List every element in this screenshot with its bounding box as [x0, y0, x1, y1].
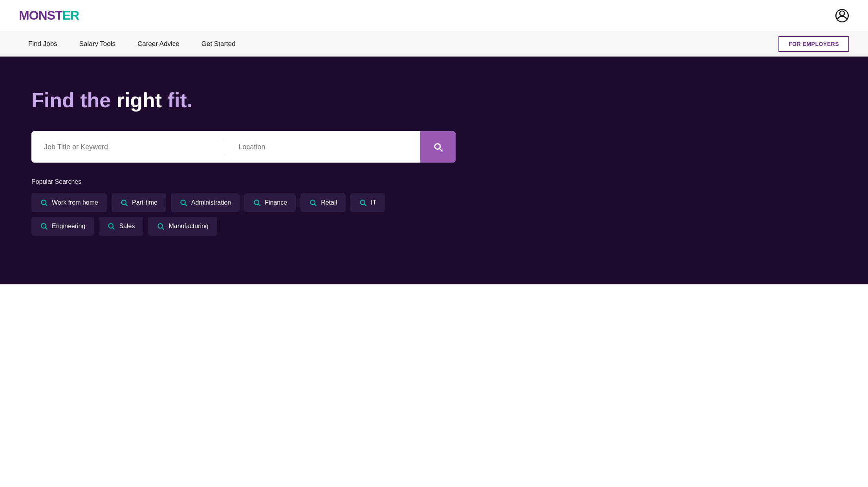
popular-searches: Popular Searches Work from home Part-tim…	[31, 178, 837, 236]
svg-line-7	[185, 204, 187, 206]
tag-administration[interactable]: Administration	[171, 193, 240, 212]
svg-line-5	[126, 204, 128, 206]
svg-point-14	[41, 224, 46, 229]
tag-part-time[interactable]: Part-time	[112, 193, 166, 212]
svg-line-3	[46, 204, 48, 206]
tag-engineering[interactable]: Engineering	[31, 217, 94, 236]
svg-line-19	[162, 228, 164, 230]
tag-manufacturing[interactable]: Manufacturing	[148, 217, 217, 236]
tag-search-icon	[359, 199, 367, 207]
svg-point-16	[109, 224, 114, 229]
tag-search-icon	[179, 199, 187, 207]
tag-search-icon	[157, 222, 165, 230]
nav-salary-tools[interactable]: Salary Tools	[70, 37, 125, 51]
hero-title-bold: right	[117, 89, 162, 112]
tag-search-icon	[120, 199, 128, 207]
search-bar	[31, 131, 456, 163]
nav-career-advice[interactable]: Career Advice	[128, 37, 189, 51]
site-logo[interactable]: MONSTER	[19, 8, 79, 23]
svg-line-13	[364, 204, 366, 206]
svg-point-12	[360, 200, 365, 205]
svg-line-15	[46, 228, 48, 230]
tags-row-2: Engineering Sales Manufacturing	[31, 217, 837, 236]
for-employers-button[interactable]: FOR EMPLOYERS	[778, 36, 849, 52]
popular-searches-label: Popular Searches	[31, 178, 837, 185]
user-account-button[interactable]	[835, 9, 849, 23]
hero-title: Find the right fit.	[31, 88, 837, 112]
svg-point-6	[181, 200, 185, 205]
nav-get-started[interactable]: Get Started	[192, 37, 245, 51]
svg-point-0	[840, 11, 844, 16]
tag-search-icon	[40, 222, 48, 230]
search-icon	[432, 141, 443, 152]
hero-section: Find the right fit. Popular Searches Wor…	[0, 57, 868, 284]
hero-title-prefix: Find the	[31, 89, 117, 112]
user-icon	[835, 9, 849, 23]
tag-search-icon	[107, 222, 115, 230]
nav-items: Find Jobs Salary Tools Career Advice Get…	[19, 37, 778, 51]
tag-search-icon	[309, 199, 317, 207]
svg-point-2	[41, 200, 46, 205]
main-nav: Find Jobs Salary Tools Career Advice Get…	[0, 31, 868, 57]
site-header: MONSTER	[0, 0, 868, 31]
tag-search-icon	[40, 199, 48, 207]
location-input[interactable]	[226, 131, 421, 163]
svg-point-10	[310, 200, 315, 205]
tag-sales[interactable]: Sales	[99, 217, 143, 236]
tag-it[interactable]: IT	[350, 193, 385, 212]
keyword-input[interactable]	[31, 131, 226, 163]
nav-find-jobs[interactable]: Find Jobs	[19, 37, 67, 51]
tag-retail[interactable]: Retail	[300, 193, 346, 212]
tag-work-from-home[interactable]: Work from home	[31, 193, 107, 212]
hero-title-suffix: fit.	[162, 89, 192, 112]
svg-point-18	[158, 224, 163, 229]
svg-line-9	[258, 204, 260, 206]
svg-line-11	[315, 204, 317, 206]
tag-search-icon	[253, 199, 261, 207]
svg-line-17	[113, 228, 115, 230]
svg-point-4	[121, 200, 126, 205]
search-button[interactable]	[420, 131, 456, 163]
tag-finance[interactable]: Finance	[244, 193, 296, 212]
svg-point-8	[255, 200, 259, 205]
tags-row-1: Work from home Part-time Administration …	[31, 193, 837, 212]
